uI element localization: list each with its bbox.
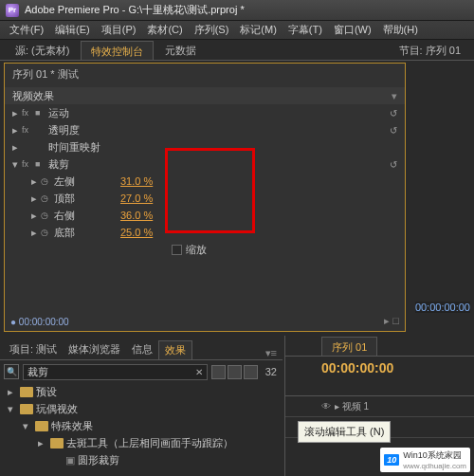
filter-accelerated-icon[interactable]: [211, 365, 226, 379]
tree-label: 特殊效果: [51, 419, 93, 433]
folder-icon: [35, 421, 48, 431]
stopwatch-icon[interactable]: ◷: [41, 193, 54, 203]
tab-metadata[interactable]: 元数据: [155, 41, 206, 60]
effects-tree: ▸ 预设 ▾ 玩偶视效 ▾ 特殊效果 ▸ 去斑工具（上层相同画面手动跟踪） ▣ …: [4, 383, 281, 468]
twirl-icon[interactable]: ▸: [12, 141, 22, 154]
effect-name: 裁剪: [48, 157, 390, 172]
twirl-down-icon[interactable]: ▾: [8, 403, 17, 415]
effect-row-crop[interactable]: ▾ fx ■ 裁剪 ↺: [5, 156, 405, 173]
folder-icon: [20, 404, 33, 414]
crop-left-value[interactable]: 31.0 %: [120, 175, 153, 187]
crop-bottom-value[interactable]: 25.0 %: [120, 227, 153, 238]
menu-file[interactable]: 文件(F): [4, 21, 49, 39]
filter-yuv-icon[interactable]: [244, 365, 258, 379]
panel-menu-icon[interactable]: ▸ □: [384, 315, 399, 327]
effect-row-timeremap[interactable]: ▸ 时间重映射: [5, 138, 405, 156]
tab-source[interactable]: 源: (无素材): [6, 41, 79, 60]
crop-right-value[interactable]: 36.0 %: [120, 210, 153, 221]
crop-param-top: ▸ ◷ 顶部 27.0 %: [5, 190, 405, 207]
reset-icon[interactable]: ↺: [390, 125, 397, 136]
stopwatch-icon[interactable]: ◷: [41, 228, 54, 237]
timeline-track-v1[interactable]: 👁 ▸ 视频 1: [285, 396, 474, 417]
tree-node-special[interactable]: ▾ 特殊效果: [4, 417, 281, 434]
video-effects-label: 视频效果: [12, 89, 54, 103]
crop-left-label: 左侧: [54, 174, 120, 189]
twirl-down-icon[interactable]: ▾: [12, 158, 22, 171]
crop-top-value[interactable]: 27.0 %: [120, 192, 153, 204]
timeline-timecode[interactable]: 00:00:00:00: [321, 360, 393, 375]
crop-top-label: 顶部: [54, 192, 120, 206]
tab-media-browser[interactable]: 媒体浏览器: [63, 340, 126, 359]
tree-node-despot[interactable]: ▸ 去斑工具（上层相同画面手动跟踪）: [4, 434, 281, 451]
tab-effects[interactable]: 效果: [158, 340, 192, 359]
effect-row-opacity[interactable]: ▸ fx 透明度 ↺: [5, 121, 405, 138]
eye-icon[interactable]: 👁: [321, 401, 331, 412]
panel-menu-icon[interactable]: ▾≡: [260, 347, 283, 359]
window-title: Adobe Premiere Pro - G:\十里桃花\测试.prproj *: [25, 3, 245, 17]
tree-node-preset[interactable]: ▸ 预设: [4, 383, 281, 400]
fx-icon: fx: [22, 159, 35, 169]
timeline-ruler[interactable]: [285, 379, 474, 396]
menu-project[interactable]: 项目(P): [96, 21, 142, 39]
menu-bar: 文件(F) 编辑(E) 项目(P) 素材(C) 序列(S) 标记(M) 字幕(T…: [0, 21, 474, 40]
tab-effect-controls[interactable]: 特效控制台: [81, 41, 154, 60]
link-icon: ■: [35, 108, 48, 118]
search-value: 裁剪: [27, 365, 48, 379]
twirl-icon[interactable]: ▸: [8, 386, 17, 398]
menu-title[interactable]: 字幕(T): [283, 21, 328, 39]
menu-help[interactable]: 帮助(H): [377, 21, 424, 39]
reset-icon[interactable]: ↺: [390, 108, 397, 119]
menu-edit[interactable]: 编辑(E): [49, 21, 96, 39]
crop-param-right: ▸ ◷ 右侧 36.0 %: [5, 207, 405, 224]
filter-buttons: [211, 365, 258, 379]
preset-icon: ▣: [65, 454, 75, 467]
twirl-icon[interactable]: ▸: [31, 175, 41, 188]
dropdown-icon[interactable]: ▾: [392, 90, 397, 102]
tab-project-panel[interactable]: 项目: 测试: [4, 340, 63, 359]
filter-32bit-icon[interactable]: [228, 365, 242, 379]
stopwatch-icon[interactable]: ◷: [41, 211, 54, 220]
twirl-icon[interactable]: ▸: [12, 124, 22, 137]
panel-timecode[interactable]: ● 00:00:00:00: [10, 317, 69, 327]
crop-scale-checkbox[interactable]: [172, 245, 182, 255]
timeline-seq-tab[interactable]: 序列 01: [321, 337, 377, 356]
twirl-icon[interactable]: ▸: [12, 107, 22, 119]
crop-scale-label: 缩放: [186, 243, 207, 257]
menu-marker[interactable]: 标记(M): [234, 21, 283, 39]
tab-program[interactable]: 节目: 序列 01: [390, 41, 470, 60]
effect-controls-panel: 序列 01 * 测试 视频效果 ▾ ▸ fx ■ 运动 ↺ ▸ fx 透明度 ↺…: [4, 63, 406, 332]
clear-search-icon[interactable]: ✕: [195, 367, 203, 377]
effect-name: 运动: [48, 106, 390, 120]
crop-param-bottom: ▸ ◷ 底部 25.0 %: [5, 224, 405, 241]
twirl-icon[interactable]: ▸: [38, 437, 47, 449]
crop-right-label: 右侧: [54, 209, 120, 223]
tree-node-circlecrop[interactable]: ▣ 圆形裁剪: [4, 451, 281, 468]
tab-info[interactable]: 信息: [126, 340, 158, 359]
video-effects-bar[interactable]: 视频效果 ▾: [5, 87, 405, 104]
effect-row-motion[interactable]: ▸ fx ■ 运动 ↺: [5, 104, 405, 121]
watermark-badge: 10: [384, 454, 399, 466]
twirl-icon[interactable]: ▸: [31, 227, 41, 239]
tooltip: 滚动编辑工具 (N): [298, 421, 391, 443]
twirl-down-icon[interactable]: ▾: [23, 420, 32, 432]
tree-label: 玩偶视效: [36, 402, 78, 416]
twirl-icon[interactable]: ▸: [31, 210, 41, 222]
effects-search-row: 🔍 裁剪 ✕ 32: [4, 362, 281, 381]
stopwatch-icon[interactable]: ◷: [41, 176, 54, 186]
twirl-icon[interactable]: ▸: [31, 192, 41, 205]
tree-label: 去斑工具（上层相同画面手动跟踪）: [66, 436, 233, 450]
menu-clip[interactable]: 素材(C): [141, 21, 188, 39]
search-count: 32: [262, 366, 281, 377]
tree-label: 圆形裁剪: [78, 453, 119, 467]
menu-sequence[interactable]: 序列(S): [189, 21, 235, 39]
menu-window[interactable]: 窗口(W): [328, 21, 377, 39]
timeline-head: 00:00:00:00: [285, 357, 474, 379]
tree-node-puppet[interactable]: ▾ 玩偶视效: [4, 400, 281, 417]
watermark: 10 Win10系统家园 www.qdhuajie.com: [380, 448, 470, 472]
search-icon[interactable]: 🔍: [4, 364, 19, 379]
source-timecode: 00:00:00:00: [415, 302, 470, 313]
fx-icon: fx: [22, 108, 35, 118]
title-bar: Pr Adobe Premiere Pro - G:\十里桃花\测试.prpro…: [0, 0, 474, 21]
effects-search-input[interactable]: 裁剪 ✕: [23, 364, 208, 380]
reset-icon[interactable]: ↺: [390, 159, 397, 170]
